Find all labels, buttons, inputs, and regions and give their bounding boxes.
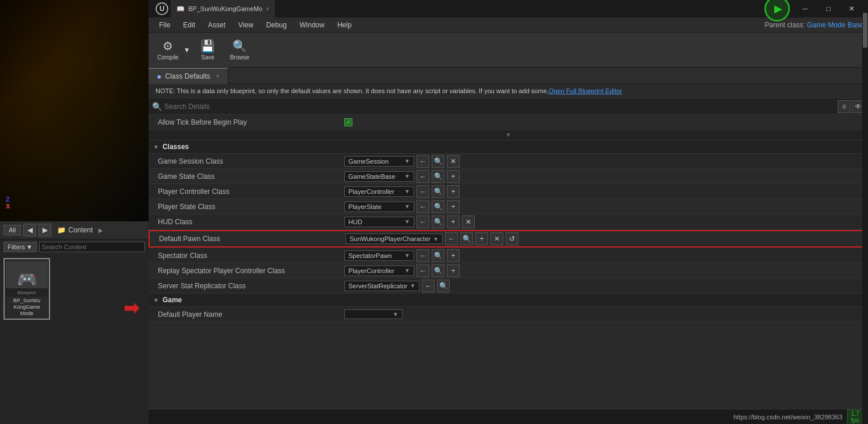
replay-spectator-dropdown[interactable]: PlayerController ▼	[344, 266, 414, 276]
content-path[interactable]: 📁 Content	[54, 225, 96, 235]
default-pawn-add-button[interactable]: +	[475, 232, 488, 245]
default-pawn-search-button[interactable]: 🔍	[460, 232, 473, 245]
game-state-value-text: GameStateBase	[348, 173, 396, 180]
spectator-nav-button[interactable]: ←	[417, 249, 429, 262]
game-state-dropdown[interactable]: GameStateBase ▼	[344, 171, 414, 182]
hud-add-button[interactable]: +	[447, 215, 460, 228]
server-stat-replicator-dropdown[interactable]: ServerStatReplicator ▼	[344, 281, 419, 291]
spectator-value-text: SpectatorPawn	[348, 252, 392, 259]
replay-spectator-dropdown-arrow: ▼	[404, 267, 410, 274]
player-state-class-row: Player State Class PlayerState ▼ ← 🔍 +	[149, 199, 868, 214]
gamepad-icon: 🎮	[17, 270, 37, 289]
replay-spectator-add-button[interactable]: +	[447, 264, 460, 277]
game-state-nav-button[interactable]: ←	[417, 170, 429, 183]
close-button[interactable]: ✕	[840, 0, 863, 17]
hud-nav-button[interactable]: ←	[417, 215, 429, 228]
class-defaults-close[interactable]: ×	[216, 73, 220, 79]
open-blueprint-link[interactable]: Open Full Blueprint Editor	[549, 87, 622, 94]
compile-main-button[interactable]: ⚙ Compile	[153, 36, 183, 65]
allow-tick-checkbox[interactable]: ✓	[344, 118, 352, 126]
default-player-name-row: Default Player Name ▼	[149, 307, 868, 322]
class-defaults-tab[interactable]: ● Class Defaults ×	[149, 68, 228, 84]
scrollbar-thumb[interactable]	[863, 13, 867, 48]
player-state-search-button[interactable]: 🔍	[432, 200, 444, 213]
separator-chevron-icon: ▼	[506, 132, 511, 138]
ue-logo: U	[153, 0, 171, 17]
search-details-input[interactable]	[164, 103, 835, 111]
game-session-nav-button[interactable]: ←	[417, 155, 429, 168]
hud-clear-button[interactable]: ✕	[462, 215, 475, 228]
menu-window[interactable]: Window	[294, 20, 330, 30]
save-button[interactable]: 💾 Save	[193, 36, 223, 65]
menu-bar: File Edit Asset View Debug Window Help P…	[149, 17, 868, 33]
blueprint-tab[interactable]: 📖 BP_SunWuKongGameMo ×	[171, 0, 276, 17]
all-button[interactable]: All	[3, 225, 21, 235]
default-pawn-class-value: SunWukongPlayerCharacter ▼ ← 🔍 + ✕ ↺	[345, 232, 862, 245]
menu-file[interactable]: File	[153, 20, 176, 30]
parent-class-link[interactable]: Game Mode Base	[807, 21, 863, 29]
browse-icon: 🔍	[232, 39, 247, 53]
player-controller-search-button[interactable]: 🔍	[432, 185, 444, 198]
player-state-dropdown[interactable]: PlayerState ▼	[344, 202, 414, 212]
player-controller-class-value: PlayerController ▼ ← 🔍 +	[344, 185, 863, 198]
default-pawn-class-label: Default Pawn Class	[159, 235, 345, 243]
filter-button[interactable]: Filters ▼	[3, 242, 37, 252]
game-session-dropdown-arrow: ▼	[404, 158, 410, 164]
player-state-add-button[interactable]: +	[447, 200, 460, 213]
asset-thumbnail: 🎮 Blueprint	[6, 262, 48, 296]
game-state-add-button[interactable]: +	[447, 170, 460, 183]
player-controller-add-button[interactable]: +	[447, 185, 460, 198]
nav-forward-button[interactable]: ▶	[38, 224, 51, 236]
server-stat-replicator-search-button[interactable]: 🔍	[437, 280, 450, 292]
tab-close-button[interactable]: ×	[266, 6, 270, 12]
hud-search-button[interactable]: 🔍	[432, 215, 444, 228]
menu-edit[interactable]: Edit	[177, 20, 201, 30]
folder-icon: 📁	[57, 226, 66, 234]
menu-view[interactable]: View	[232, 20, 259, 30]
spectator-search-button[interactable]: 🔍	[432, 249, 444, 262]
game-state-dropdown-arrow: ▼	[404, 173, 410, 179]
search-row: Filters ▼	[0, 239, 149, 255]
spectator-class-row: Spectator Class SpectatorPawn ▼ ← 🔍 +	[149, 248, 868, 263]
game-group-header[interactable]: ▼ Game	[149, 294, 868, 307]
maximize-button[interactable]: □	[817, 0, 840, 17]
content-search-input[interactable]	[42, 243, 142, 250]
hud-dropdown[interactable]: HUD ▼	[344, 217, 414, 227]
play-icon: ▶	[774, 2, 782, 15]
nav-back-button[interactable]: ◀	[23, 224, 36, 236]
menu-debug[interactable]: Debug	[260, 20, 292, 30]
spectator-add-button[interactable]: +	[447, 249, 460, 262]
default-pawn-dropdown[interactable]: SunWukongPlayerCharacter ▼	[345, 234, 443, 244]
replay-spectator-nav-button[interactable]: ←	[417, 264, 429, 277]
default-pawn-clear-button[interactable]: ✕	[491, 232, 503, 245]
asset-item-bp-sunwukong[interactable]: 🎮 Blueprint BP_SunWuKongGameMode	[3, 258, 50, 320]
default-pawn-nav-button[interactable]: ←	[445, 232, 458, 245]
game-session-dropdown[interactable]: GameSession ▼	[344, 156, 414, 167]
server-stat-replicator-nav-button[interactable]: ←	[422, 280, 435, 292]
browse-button[interactable]: 🔍 Browse	[225, 36, 255, 65]
compile-arrow-button[interactable]: ▼	[183, 36, 191, 65]
game-session-search-button[interactable]: 🔍	[432, 155, 444, 168]
play-button[interactable]: ▶	[764, 0, 790, 22]
player-controller-nav-button[interactable]: ←	[417, 185, 429, 198]
player-controller-dropdown[interactable]: PlayerController ▼	[344, 186, 414, 197]
unreal-engine-icon: U	[156, 2, 168, 15]
spectator-dropdown[interactable]: SpectatorPawn ▼	[344, 250, 414, 261]
classes-group-header[interactable]: ▼ Classes	[149, 140, 868, 154]
game-state-search-button[interactable]: 🔍	[432, 170, 444, 183]
game-session-clear-button[interactable]: ✕	[447, 155, 460, 168]
menu-help[interactable]: Help	[331, 20, 358, 30]
grid-view-button[interactable]: ≡	[838, 100, 851, 113]
default-player-name-dropdown[interactable]: ▼	[344, 309, 403, 319]
menu-asset[interactable]: Asset	[202, 20, 231, 30]
scrollbar-track[interactable]	[862, 0, 868, 424]
replay-spectator-search-button[interactable]: 🔍	[432, 264, 444, 277]
book-icon: 📖	[177, 5, 185, 13]
spectator-class-label: Spectator Class	[158, 252, 344, 260]
minimize-button[interactable]: ─	[793, 0, 817, 17]
player-state-nav-button[interactable]: ←	[417, 200, 429, 213]
default-pawn-reset-button[interactable]: ↺	[506, 232, 518, 245]
replay-spectator-class-value: PlayerController ▼ ← 🔍 +	[344, 264, 863, 277]
default-pawn-class-row: Default Pawn Class SunWukongPlayerCharac…	[149, 230, 868, 248]
game-state-class-row: Game State Class GameStateBase ▼ ← 🔍 +	[149, 169, 868, 184]
